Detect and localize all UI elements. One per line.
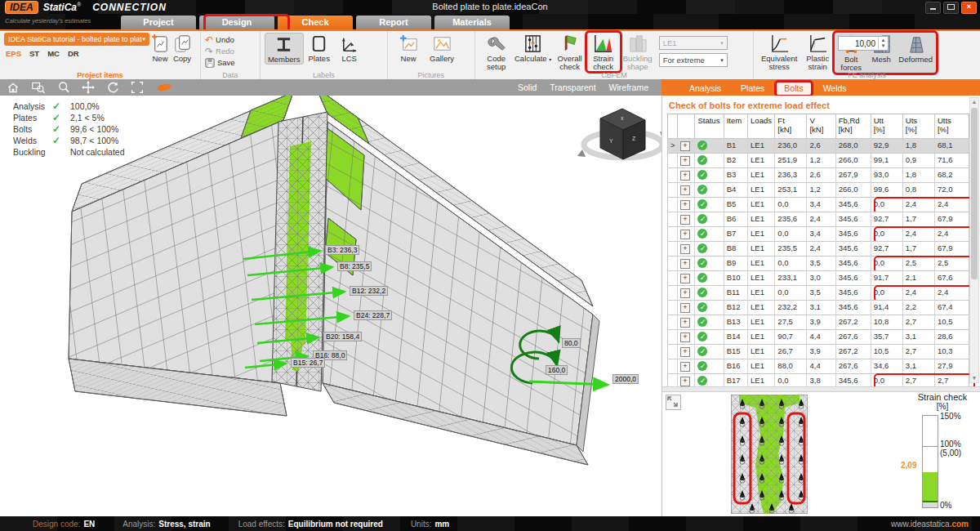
table-row[interactable]: +✓B9LE10,03,5345,60,02,52,5 [667,256,969,270]
zoom-window-icon[interactable] [31,81,46,94]
buckling-shape-button[interactable]: Buckling shape [620,33,656,71]
table-row[interactable]: +✓B8LE1235,52,4345,692,71,767,9 [667,241,969,256]
maximize-button[interactable] [943,2,959,14]
row-expander[interactable]: + [678,315,696,329]
table-scrollbar[interactable]: ▲ ▼ [969,97,979,383]
table-row[interactable]: +✓B4LE1253,11,2266,099,60,872,0 [667,182,969,197]
rotate-icon[interactable] [106,81,119,94]
type-dr[interactable]: DR [68,49,79,58]
tab-project[interactable]: Project [121,16,196,29]
save-button[interactable]: Save [205,57,235,68]
tab-check[interactable]: Check [278,16,353,29]
new-project-item-button[interactable]: New [149,33,171,63]
row-expander[interactable]: + [678,154,696,167]
extreme-dropdown[interactable]: For extreme▾ [659,53,728,67]
copy-project-item-button[interactable]: Copy [171,33,194,63]
panel-splitter[interactable] [662,386,980,392]
type-eps[interactable]: EPS [6,49,21,58]
row-expander[interactable]: + [678,301,696,315]
row-expander[interactable]: + [678,271,696,285]
zoom-fit-icon[interactable] [131,81,144,94]
row-expander[interactable]: + [678,168,696,182]
expand-panel-button[interactable] [666,395,681,410]
table-row[interactable]: +✓B16LE188,04,4267,634,63,127,9 [667,359,969,373]
row-expander[interactable]: + [678,227,696,241]
type-st[interactable]: ST [29,49,39,58]
table-row[interactable]: +✓B14LE190,74,4267,635,73,128,6 [667,329,969,344]
column-header[interactable]: Utts[%] [935,114,969,138]
view-cube[interactable]: YZx [577,109,662,159]
cell-item: B4 [724,183,748,197]
scroll-up-icon[interactable]: ▲ [970,98,978,106]
row-expander[interactable]: + [678,212,696,226]
table-row[interactable]: +✓B5LE10,03,4345,60,02,42,4 [667,197,969,212]
scrollbar-thumb[interactable] [971,108,978,279]
table-row[interactable]: +✓B3LE1236,32,6267,993,01,868,2 [667,167,969,182]
project-item-dropdown[interactable]: IDEA StatiCa tutorial - bolted plate to … [4,33,149,46]
deformation-scale-spinner[interactable]: 10,00 ▲▼ [838,36,889,51]
column-header[interactable]: Status [695,114,724,138]
redo-button[interactable]: ↷Redo [205,46,235,56]
lcs-toggle[interactable]: LCS [335,33,364,63]
column-header[interactable]: Ft[kN] [775,114,807,138]
result-tab-welds[interactable]: Welds [815,82,855,96]
strain-check-button[interactable]: Strain check [587,33,620,71]
deformed-toggle[interactable]: Deformed [896,33,935,72]
column-header[interactable]: V[kN] [807,114,835,138]
close-button[interactable]: × [961,2,977,14]
table-row[interactable]: +✓B13LE127,53,9267,210,82,710,5 [667,315,969,329]
zoom-icon[interactable] [57,81,70,94]
members-toggle[interactable]: Members [265,33,304,65]
calculate-button[interactable]: Calculate ▾ [514,33,553,63]
column-header[interactable]: Utt[%] [871,114,903,138]
result-tab-bolts[interactable]: Bolts [776,82,811,96]
column-header[interactable]: Uts[%] [903,114,935,138]
table-row[interactable]: +✓B10LE1233,13,0345,691,72,167,6 [667,270,969,285]
overall-check-button[interactable]: Overall check [553,33,587,71]
row-expander[interactable]: + [678,345,696,359]
spinner-arrows-icon[interactable]: ▲▼ [878,38,888,49]
home-view-icon[interactable] [7,81,20,94]
plates-toggle[interactable]: Plates [304,33,335,63]
row-expander[interactable]: + [678,286,696,300]
code-setup-button[interactable]: Code setup [479,33,514,71]
table-row[interactable]: +✓B12LE1232,23,1345,691,42,267,4 [667,300,969,315]
tab-materials[interactable]: Materials [434,16,510,29]
result-tab-analysis[interactable]: Analysis [681,82,729,96]
tab-report[interactable]: Report [356,16,431,29]
row-expander[interactable]: + [678,183,696,197]
scroll-down-icon[interactable]: ▼ [970,374,978,382]
table-row[interactable]: >+✓B1LE1236,02,6268,092,91,868,1 [667,138,969,153]
row-expander[interactable]: + [678,139,696,153]
row-expander[interactable]: + [678,359,696,373]
table-row[interactable]: +✓B11LE10,03,5345,60,02,42,4 [667,285,969,300]
row-expander[interactable]: + [678,198,696,212]
plastic-strain-button[interactable]: Plastic strain [800,33,835,71]
row-expander[interactable]: + [678,257,696,270]
tab-design[interactable]: Design [199,16,274,29]
column-header[interactable]: Item [724,114,748,138]
table-row[interactable]: +✓B15LE126,73,9267,210,52,710,3 [667,344,969,359]
pan-icon[interactable] [82,81,95,94]
mode-solid[interactable]: Solid [518,83,537,92]
new-picture-button[interactable]: New [392,33,425,63]
table-row[interactable]: +✓B7LE10,03,4345,60,02,42,4 [667,226,969,241]
gallery-button[interactable]: Gallery [425,33,459,63]
model-viewport[interactable]: YZx [0,96,662,516]
result-tab-plates[interactable]: Plates [733,82,773,96]
mode-wireframe[interactable]: Wireframe [609,83,648,92]
row-expander[interactable]: + [678,330,696,344]
minimize-button[interactable] [925,2,941,14]
undo-button[interactable]: ↶Undo [205,34,235,45]
load-case-dropdown[interactable]: LE1▾ [659,36,728,50]
mode-transparent[interactable]: Transparent [550,83,595,92]
table-row[interactable]: +✓B6LE1235,62,4345,692,71,767,9 [667,212,969,226]
paint-results-icon[interactable] [155,82,173,93]
column-header[interactable]: Loads [748,114,775,138]
row-expander[interactable]: + [678,242,696,256]
equivalent-stress-button[interactable]: Equivalent stress [758,33,800,71]
column-header[interactable]: Fb,Rd[kN] [836,114,871,138]
type-mc[interactable]: MC [47,49,60,58]
website-link[interactable]: www.ideastatica.com [891,520,980,529]
table-row[interactable]: +✓B2LE1251,91,2266,099,10,971,6 [667,153,969,167]
